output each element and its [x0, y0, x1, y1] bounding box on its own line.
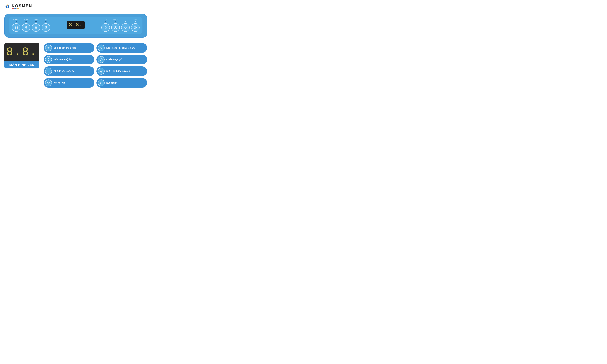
svg-point-9 [48, 84, 49, 84]
dry-icon-circle [45, 68, 52, 75]
droplets-icon [47, 58, 50, 61]
btn-fan-speed[interactable]: sp [121, 18, 130, 32]
svg-point-1 [105, 28, 105, 28]
btn-power[interactable]: Power [131, 18, 140, 32]
comfort-icon-circle [45, 45, 52, 51]
dry-mode-text: Chế độ sấy quần áo [53, 70, 92, 73]
logo-icon [4, 3, 11, 10]
wifi-text: Kết nối wifi [53, 81, 92, 84]
anion-indicator [26, 21, 27, 22]
power-indicator [135, 21, 136, 22]
btn-comfort[interactable]: Comfort [12, 18, 20, 32]
hum-indicator [105, 21, 106, 22]
led-big-display: 8.8. [4, 43, 39, 61]
btn-wifi[interactable]: WiFi [32, 18, 40, 32]
timer-icon-circle [98, 56, 105, 63]
high-low-indicator [125, 21, 126, 22]
fan-icon [100, 69, 103, 73]
panel-buttons-left: Comfort Anion WiFi [12, 18, 50, 32]
fan-speed-button[interactable] [121, 23, 130, 32]
timer-text: Chế độ hẹn giờ [106, 58, 145, 61]
feature-grid: Chế độ sấy thoải mái Lọc không khí bằng … [44, 43, 147, 88]
svg-point-0 [36, 29, 36, 29]
anion-icon-circle [98, 45, 105, 51]
led-screen-box: 8.8. MÀN HÌNH LED [4, 43, 39, 68]
feature-wifi[interactable]: Kết nối wifi [44, 78, 94, 88]
svg-point-5 [48, 60, 48, 60]
fan-icon-circle [98, 68, 105, 75]
bottom-section: 8.8. MÀN HÌNH LED Chế độ sấy thoải mái L… [4, 43, 147, 88]
leaf-icon [100, 46, 103, 50]
logo-underline [12, 8, 32, 9]
feature-humidity[interactable]: Điều chỉnh độ ẩm [44, 55, 94, 64]
comfort-indicator [16, 21, 17, 22]
dry-indicator [45, 21, 46, 22]
panel-led-display: 8.8. [67, 21, 85, 29]
panel-buttons-right: HUM Timing sp Pow [101, 18, 140, 32]
panel-inner: Comfort Anion WiFi [9, 17, 143, 34]
btn-timing[interactable]: Timing [111, 18, 120, 32]
fan-speed-text: Điều chỉnh tốc độ quạt [106, 70, 145, 73]
timing-button[interactable] [111, 23, 120, 32]
shirt-icon [47, 69, 50, 73]
humidity-text: Điều chỉnh độ ẩm [53, 58, 92, 61]
control-panel: Comfort Anion WiFi [4, 14, 147, 38]
power-text: Nút nguồn [106, 81, 145, 84]
wifi-icon [47, 81, 50, 85]
feature-fan-speed[interactable]: Điều chỉnh tốc độ quạt [96, 66, 147, 76]
logo-area: KOSMEN [4, 3, 147, 10]
svg-point-6 [49, 60, 49, 60]
comfort-mode-text: Chế độ sấy thoải mái [53, 47, 92, 49]
wifi-indicator [35, 21, 37, 22]
led-screen-label: MÀN HÌNH LED [4, 61, 39, 68]
feature-power[interactable]: Nút nguồn [96, 78, 147, 88]
waves-icon [47, 46, 50, 50]
humidity-icon-circle [45, 56, 52, 63]
feature-timer[interactable]: Chế độ hẹn giờ [96, 55, 147, 64]
timing-indicator [115, 21, 116, 22]
svg-point-2 [106, 28, 106, 28]
btn-hum[interactable]: HUM [101, 18, 110, 32]
wifi-icon-circle [45, 79, 52, 86]
comfort-button[interactable] [12, 23, 20, 32]
clock-icon [100, 58, 103, 61]
hum-button[interactable] [101, 23, 110, 32]
wifi-button[interactable] [32, 23, 40, 32]
power-icon-circle [98, 79, 105, 86]
feature-dry-mode[interactable]: Chế độ sấy quần áo [44, 66, 94, 76]
led-screen-label-text: MÀN HÌNH LED [7, 63, 37, 67]
feature-anion-filter[interactable]: Lọc không khí bằng ion âm [96, 43, 147, 53]
btn-dry[interactable]: Dry [42, 18, 50, 32]
dry-button[interactable] [42, 23, 50, 32]
logo-text: KOSMEN [12, 3, 32, 8]
btn-anion[interactable]: Anion [22, 18, 30, 32]
led-big-digits: 8.8. [6, 46, 38, 58]
anion-filter-text: Lọc không khí bằng ion âm [106, 47, 145, 49]
power-icon [100, 81, 103, 85]
feature-comfort-mode[interactable]: Chế độ sấy thoải mái [44, 43, 94, 53]
power-button[interactable] [131, 23, 140, 32]
anion-button[interactable] [22, 23, 30, 32]
panel-led-digits: 8.8. [69, 22, 83, 28]
